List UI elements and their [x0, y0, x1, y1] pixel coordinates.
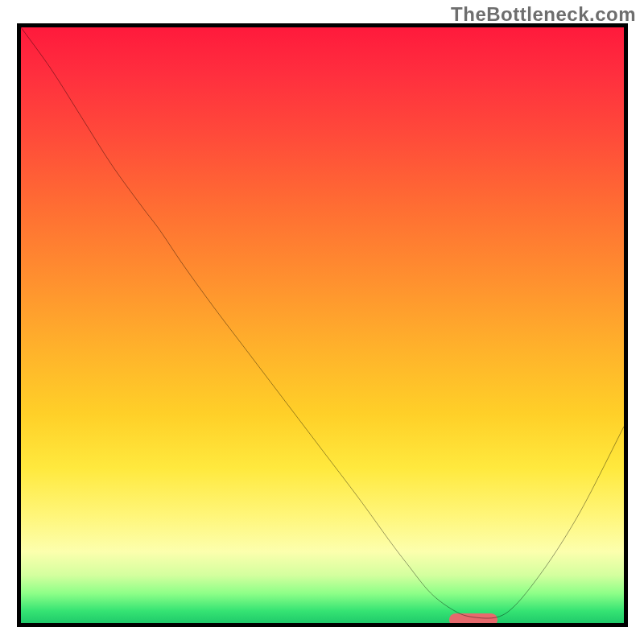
plot-inner — [21, 27, 624, 623]
bottleneck-curve-svg — [21, 27, 624, 623]
bottleneck-curve — [21, 27, 624, 618]
chart-container: TheBottleneck.com — [0, 0, 644, 644]
plot-frame — [17, 23, 628, 627]
watermark-text: TheBottleneck.com — [451, 3, 636, 26]
